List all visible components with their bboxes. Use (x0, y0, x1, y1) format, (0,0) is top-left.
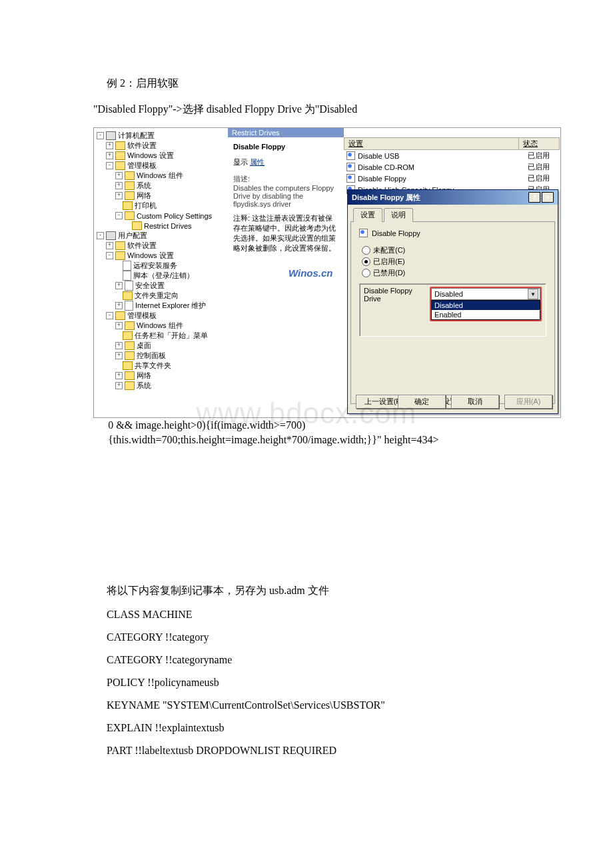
tree-system[interactable]: 系统 (137, 181, 151, 191)
details-header: Restrict Drives (228, 128, 344, 137)
folder-icon (125, 381, 135, 390)
tab-settings[interactable]: 设置 (353, 208, 382, 222)
folder-icon (123, 331, 133, 340)
tree-shared[interactable]: 共享文件夹 (135, 361, 171, 371)
list-item[interactable]: Disable CD-ROM已启用 (344, 161, 560, 173)
close-button[interactable]: × (542, 192, 554, 203)
tree-software-u[interactable]: 软件设置 (127, 241, 157, 251)
tree-restrict-drives[interactable]: Restrict Drives (144, 222, 192, 230)
expand-icon[interactable]: + (115, 352, 123, 359)
tree-taskbar[interactable]: 任务栏和「开始」菜单 (135, 331, 208, 341)
tree-computer-config[interactable]: 计算机配置 (118, 131, 155, 141)
col-status[interactable]: 状态 (518, 138, 559, 149)
dropdown-highlight: Disabled ▼ Disabled Enabled (430, 287, 542, 321)
list-item-status: 已启用 (524, 173, 560, 183)
expand-icon[interactable]: + (115, 282, 123, 289)
tree-software[interactable]: 软件设置 (127, 141, 157, 151)
folder-icon (125, 321, 135, 330)
policy-name: Disable Floppy (372, 229, 420, 237)
expand-icon[interactable]: + (115, 182, 123, 189)
tree-printer[interactable]: 打印机 (135, 201, 157, 211)
tree-network-u[interactable]: 网络 (137, 371, 151, 381)
folder-icon (125, 181, 135, 190)
radio-disabled[interactable] (362, 269, 370, 277)
radio-enabled[interactable] (362, 257, 370, 266)
expand-icon[interactable]: + (115, 342, 123, 349)
expand-icon[interactable]: + (115, 172, 123, 179)
list-item[interactable]: Disable Floppy已启用 (344, 173, 560, 184)
show-label: 显示 (233, 158, 248, 166)
collapse-icon[interactable]: - (106, 162, 113, 169)
settings-list: 设置 状态 Disable USB已启用 Disable CD-ROM已启用 D… (344, 137, 560, 195)
expand-icon[interactable]: + (106, 242, 113, 249)
tree-folder-redirect[interactable]: 文件夹重定向 (135, 291, 179, 301)
gpedit-screenshot: -计算机配置 +软件设置 +Windows 设置 -管理模板 +Windows … (93, 127, 561, 418)
tree-pane: -计算机配置 +软件设置 +Windows 设置 -管理模板 +Windows … (94, 128, 233, 417)
radio-notconfig-label: 未配置(C) (373, 245, 405, 255)
tree-remote-install[interactable]: 远程安装服务 (133, 261, 177, 271)
tree-custom-policy[interactable]: Custom Policy Settings (137, 212, 212, 220)
tree-admin-templates[interactable]: 管理模板 (127, 161, 157, 171)
col-setting[interactable]: 设置 (344, 138, 518, 149)
folder-icon (115, 251, 125, 260)
expand-icon[interactable]: + (115, 322, 123, 329)
radio-enabled-label: 已启用(E) (373, 257, 405, 267)
setting-icon (359, 229, 368, 237)
expand-icon[interactable]: + (106, 152, 113, 159)
collapse-icon[interactable]: - (97, 132, 104, 139)
ok-button[interactable]: 确定 (398, 395, 446, 409)
instruction-text: "Disabled Floppy"->选择 disabled Floppy Dr… (93, 103, 526, 117)
tree-cp[interactable]: 控制面板 (137, 351, 166, 361)
expand-icon[interactable]: + (115, 372, 123, 379)
tree-user-config[interactable]: 用户配置 (118, 231, 147, 241)
folder-icon (123, 291, 133, 300)
expand-icon[interactable]: + (115, 192, 123, 199)
tab-explain[interactable]: 说明 (384, 208, 413, 222)
adm-line: CATEGORY !!categoryname (107, 654, 526, 666)
ie-icon (125, 301, 133, 311)
help-button[interactable]: ? (528, 192, 540, 203)
collapse-icon[interactable]: - (106, 252, 113, 259)
list-item-name: Disable USB (358, 152, 399, 160)
collapse-icon[interactable]: - (115, 212, 123, 219)
expand-icon[interactable]: + (115, 302, 123, 309)
expand-icon[interactable]: + (115, 382, 123, 389)
properties-link[interactable]: 属性 (250, 158, 265, 166)
radio-disabled-label: 已禁用(D) (373, 268, 405, 278)
tree-windows-settings[interactable]: Windows 设置 (127, 151, 174, 161)
tree-win-comp-u[interactable]: Windows 组件 (137, 321, 183, 331)
tree-script[interactable]: 脚本（登录/注销） (133, 271, 194, 281)
desc-text: Disables the computers Floppy Drive by d… (233, 184, 338, 208)
folder-icon (132, 221, 142, 230)
tree-windows-u[interactable]: Windows 设置 (127, 251, 174, 261)
chevron-down-icon[interactable]: ▼ (528, 289, 538, 299)
folder-icon (115, 141, 125, 150)
tree-admin-u[interactable]: 管理模板 (127, 311, 157, 321)
details-title: Disable Floppy (233, 143, 338, 151)
expand-icon[interactable]: + (106, 142, 113, 149)
tree-security[interactable]: 安全设置 (135, 281, 165, 291)
cancel-button[interactable]: 取消 (451, 395, 499, 409)
collapse-icon[interactable]: - (106, 312, 113, 319)
folder-icon (115, 151, 125, 160)
dropdown-input[interactable]: Disabled ▼ (431, 288, 540, 300)
folder-icon (115, 241, 125, 250)
properties-dialog: Disable Floppy 属性 ? × 设置 说明 Disable Flop… (347, 189, 558, 414)
apply-button[interactable]: 应用(A) (504, 395, 552, 409)
tree-system-u[interactable]: 系统 (137, 381, 151, 391)
tree-network[interactable]: 网络 (137, 191, 151, 201)
tree-ie-maint[interactable]: Internet Explorer 维护 (135, 301, 206, 311)
collapse-icon[interactable]: - (97, 232, 104, 239)
tree-desktop[interactable]: 桌面 (137, 341, 151, 351)
dropdown-option[interactable]: Disabled (432, 301, 540, 310)
desc-label: 描述: (233, 174, 338, 184)
dropdown-option[interactable]: Enabled (432, 310, 540, 319)
list-item[interactable]: Disable USB已启用 (344, 150, 560, 161)
folder-icon (125, 371, 135, 380)
adm-line: POLICY !!policynameusb (107, 677, 526, 689)
list-item-status: 已启用 (524, 151, 560, 161)
tree-win-components[interactable]: Windows 组件 (137, 171, 183, 181)
folder-icon (115, 161, 125, 170)
radio-not-configured[interactable] (362, 246, 370, 255)
list-item-name: Disable Floppy (358, 175, 406, 183)
